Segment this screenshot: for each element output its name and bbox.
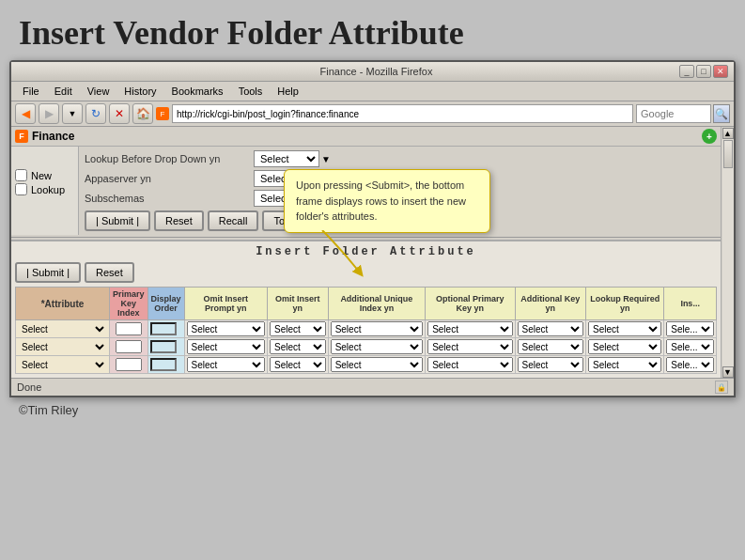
display-input-3[interactable]: [150, 358, 177, 371]
slide-title: Insert Vendor Folder Attribute: [0, 0, 745, 60]
menu-help[interactable]: Help: [270, 84, 306, 99]
search-button[interactable]: 🔍: [713, 104, 730, 123]
recall-button[interactable]: Recall: [208, 210, 259, 231]
attr-select-2[interactable]: Select: [18, 339, 107, 354]
url-bar[interactable]: http://rick/cgi-bin/post_login?finance:f…: [172, 104, 633, 123]
menu-tools[interactable]: Tools: [231, 84, 271, 99]
ins-select-1[interactable]: Sele...YesNo: [666, 321, 714, 336]
form-row-lookup: Lookup Before Drop Down yn Select Yes No…: [85, 150, 715, 167]
maximize-button[interactable]: □: [696, 65, 711, 78]
reset-button-top[interactable]: Reset: [154, 210, 204, 231]
display-input-1[interactable]: [150, 322, 177, 335]
omit-prompt-cell-3: SelectYesNo: [184, 356, 267, 374]
reset-button-bottom[interactable]: Reset: [85, 262, 134, 283]
copyright-text: ©Tim Riley: [19, 403, 78, 417]
tooltip-text: Upon pressing <Submit>, the bottom frame…: [296, 179, 466, 222]
lookup-label: Lookup: [31, 184, 65, 195]
col-header-lookup-req: Lookup Required yn: [586, 288, 664, 320]
menu-view[interactable]: View: [80, 84, 117, 99]
opt-pk-select-1[interactable]: SelectYesNo: [427, 321, 512, 336]
new-checkbox[interactable]: [15, 169, 27, 181]
menu-edit[interactable]: Edit: [47, 84, 80, 99]
history-dropdown[interactable]: ▼: [62, 103, 83, 124]
ins-select-3[interactable]: Sele...YesNo: [666, 357, 714, 372]
left-sidebar: New Lookup: [11, 147, 79, 235]
scrollbar-vertical[interactable]: ▲ ▼: [721, 127, 734, 378]
tooltip-box: Upon pressing <Submit>, the bottom frame…: [284, 169, 490, 233]
home-button[interactable]: 🏠: [132, 103, 153, 124]
statusbar-icons: 🔒: [715, 381, 728, 394]
scroll-down-button[interactable]: ▼: [722, 366, 734, 378]
lookup-before-label: Lookup Before Drop Down yn: [85, 153, 254, 164]
lookup-req-select-3[interactable]: SelectYesNo: [588, 357, 661, 372]
opt-pk-cell-3: SelectYesNo: [426, 356, 515, 374]
display-cell-1: [147, 320, 184, 338]
omit-prompt-select-2[interactable]: SelectYesNo: [187, 339, 265, 354]
finance-content-area: F Finance + New Lookup: [11, 127, 721, 378]
omit-insert-cell-3: SelectYesNo: [267, 356, 328, 374]
add-unique-select-2[interactable]: SelectYesNo: [331, 339, 423, 354]
attribute-table-wrapper: *Attribute Primary Key Index Display Ord…: [15, 287, 717, 374]
menu-history[interactable]: History: [116, 84, 163, 99]
scroll-up-button[interactable]: ▲: [722, 128, 734, 139]
finance-app-body: F Finance + New Lookup: [11, 127, 734, 378]
attribute-table: *Attribute Primary Key Index Display Ord…: [15, 287, 717, 374]
submit-button-top[interactable]: | Submit |: [85, 210, 150, 231]
url-text: http://rick/cgi-bin/post_login?finance:f…: [177, 109, 359, 119]
browser-window: Finance - Mozilla Firefox _ □ ✕ File Edi…: [9, 60, 736, 397]
forward-button[interactable]: ▶: [39, 103, 59, 124]
pk-input-1[interactable]: [116, 322, 142, 335]
opt-pk-cell-2: SelectYesNo: [426, 338, 515, 356]
add-unique-select-3[interactable]: SelectYesNo: [331, 357, 423, 372]
omit-prompt-select-1[interactable]: SelectYesNo: [187, 321, 265, 336]
lookup-before-select[interactable]: Select Yes No: [254, 150, 319, 167]
browser-title: Finance - Mozilla Firefox: [73, 66, 679, 77]
omit-insert-select-3[interactable]: SelectYesNo: [270, 357, 326, 372]
close-button[interactable]: ✕: [713, 65, 728, 78]
appaserver-label: Appaserver yn: [85, 173, 254, 184]
opt-pk-select-2[interactable]: SelectYesNo: [427, 339, 512, 354]
lookup-checkbox[interactable]: [15, 183, 27, 195]
add-button[interactable]: +: [702, 129, 717, 144]
col-header-omit-prompt: Omit Insert Prompt yn: [184, 288, 267, 320]
col-header-pk: Primary Key Index: [110, 288, 148, 320]
lookup-req-select-1[interactable]: SelectYesNo: [588, 321, 661, 336]
attr-select-1[interactable]: Select: [18, 321, 107, 336]
reload-button[interactable]: ↻: [85, 103, 106, 124]
search-input[interactable]: [636, 104, 711, 123]
omit-prompt-cell-1: SelectYesNo: [184, 320, 267, 338]
add-key-cell-3: SelectYesNo: [515, 356, 586, 374]
pk-input-3[interactable]: [116, 358, 142, 371]
omit-prompt-select-3[interactable]: SelectYesNo: [187, 357, 265, 372]
display-input-2[interactable]: [150, 340, 177, 353]
opt-pk-select-3[interactable]: SelectYesNo: [427, 357, 512, 372]
submit-button-bottom[interactable]: | Submit |: [15, 262, 81, 283]
scroll-track[interactable]: [722, 139, 734, 366]
add-unique-select-1[interactable]: SelectYesNo: [331, 321, 423, 336]
scroll-thumb[interactable]: [723, 140, 733, 168]
ins-cell-3: Sele...YesNo: [664, 356, 717, 374]
back-button[interactable]: ◀: [15, 103, 36, 124]
col-header-display: Display Order: [147, 288, 184, 320]
minimize-button[interactable]: _: [679, 65, 694, 78]
pk-input-2[interactable]: [116, 340, 142, 353]
omit-insert-select-2[interactable]: SelectYesNo: [270, 339, 326, 354]
add-key-select-2[interactable]: SelectYesNo: [518, 339, 584, 354]
col-header-add-unique: Additional Unique Index yn: [328, 288, 425, 320]
lookup-req-select-2[interactable]: SelectYesNo: [588, 339, 661, 354]
table-row: Select SelectYesNo: [16, 320, 717, 338]
new-checkbox-row: New: [15, 169, 74, 181]
add-key-select-3[interactable]: SelectYesNo: [518, 357, 584, 372]
stop-button[interactable]: ✕: [109, 103, 130, 124]
menu-file[interactable]: File: [15, 84, 47, 99]
col-header-ins: Ins...: [664, 288, 717, 320]
menu-bookmarks[interactable]: Bookmarks: [164, 84, 231, 99]
attr-select-3[interactable]: Select: [18, 357, 107, 372]
ins-select-2[interactable]: Sele...YesNo: [666, 339, 714, 354]
finance-header: F Finance +: [11, 127, 721, 147]
add-key-select-1[interactable]: SelectYesNo: [518, 321, 584, 336]
ins-cell-1: Sele...YesNo: [664, 320, 717, 338]
omit-insert-select-1[interactable]: SelectYesNo: [270, 321, 326, 336]
pk-cell-1: [110, 320, 148, 338]
omit-insert-cell-2: SelectYesNo: [267, 338, 328, 356]
